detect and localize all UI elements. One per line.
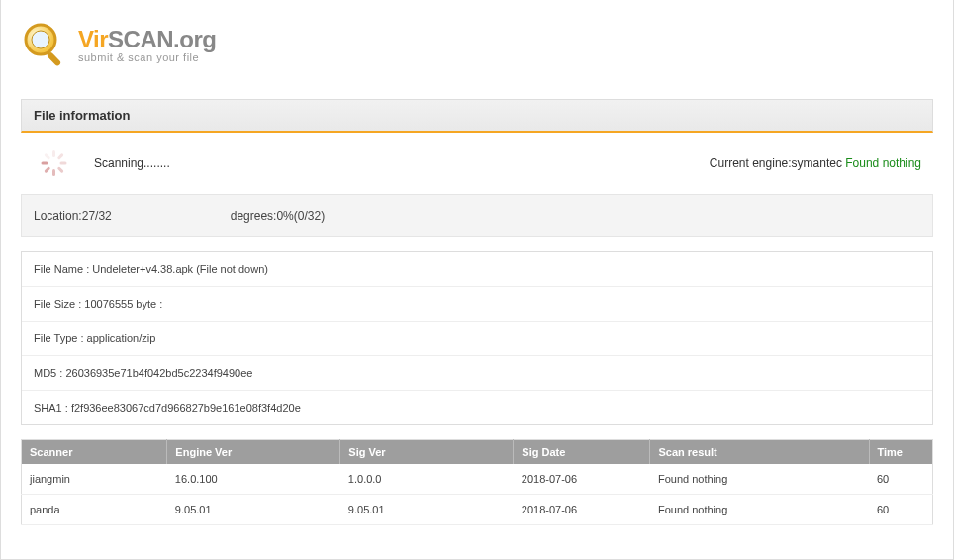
logo-scan: SCAN [108, 26, 173, 52]
cell-engine: 16.0.100 [167, 464, 340, 495]
current-engine-result: Found nothing [845, 156, 921, 170]
section-header: File information [21, 99, 933, 133]
current-engine: Current engine:symantec Found nothing [710, 156, 921, 170]
th-scanner: Scanner [22, 440, 167, 465]
site-title: VirSCAN.org [78, 26, 216, 53]
site-subtitle: submit & scan your file [78, 51, 216, 63]
table-row: panda 9.05.01 9.05.01 2018-07-06 Found n… [22, 495, 933, 525]
spinner-icon [41, 150, 66, 176]
cell-result: Found nothing [650, 495, 869, 525]
cell-scanner: jiangmin [22, 464, 167, 495]
progress-box: Location:27/32 degrees:0%(0/32) [21, 194, 933, 237]
cell-time: 60 [869, 495, 933, 525]
current-engine-name: symantec [792, 156, 842, 170]
location-label: Location: [34, 209, 82, 223]
file-sha1-label: SHA1 : [34, 402, 71, 414]
scanning-label: Scanning........ [94, 156, 170, 170]
cell-date: 2018-07-06 [514, 464, 650, 495]
results-table: Scanner Engine Ver Sig Ver Sig Date Scan… [21, 439, 933, 525]
cell-result: Found nothing [650, 464, 869, 495]
th-sig: Sig Ver [340, 440, 514, 465]
cell-engine: 9.05.01 [167, 495, 340, 525]
progress-location: Location:27/32 [34, 209, 112, 223]
cell-date: 2018-07-06 [514, 495, 650, 525]
cell-sig: 9.05.01 [340, 495, 514, 525]
cell-scanner: panda [22, 495, 167, 525]
file-type-value: application/zip [87, 332, 156, 344]
th-result: Scan result [650, 440, 869, 465]
logo-vir: Vir [78, 26, 108, 52]
file-name-value: Undeleter+v4.38.apk (File not down) [92, 263, 268, 275]
file-type-row: File Type : application/zip [22, 322, 932, 356]
svg-rect-2 [47, 51, 62, 67]
magnifier-icon [21, 20, 70, 69]
file-info-panel: File Name : Undeleter+v4.38.apk (File no… [21, 251, 933, 425]
current-engine-label: Current engine: [710, 156, 792, 170]
th-time: Time [869, 440, 933, 465]
logo-org: .org [173, 26, 216, 52]
file-size-value: 10076555 byte : [84, 298, 162, 310]
degrees-value: 0%(0/32) [276, 209, 325, 223]
table-header-row: Scanner Engine Ver Sig Ver Sig Date Scan… [22, 440, 933, 465]
th-engine: Engine Ver [167, 440, 340, 465]
table-row: jiangmin 16.0.100 1.0.0.0 2018-07-06 Fou… [22, 464, 933, 495]
file-size-row: File Size : 10076555 byte : [22, 287, 932, 322]
file-sha1-row: SHA1 : f2f936ee83067cd7d966827b9e161e08f… [22, 391, 932, 424]
file-md5-row: MD5 : 26036935e71b4f042bd5c2234f9490ee [22, 356, 932, 391]
file-md5-label: MD5 : [34, 367, 65, 379]
file-name-label: File Name : [34, 263, 92, 275]
file-name-row: File Name : Undeleter+v4.38.apk (File no… [22, 252, 932, 287]
location-value: 27/32 [82, 209, 112, 223]
degrees-label: degrees: [231, 209, 277, 223]
file-size-label: File Size : [34, 298, 84, 310]
th-date: Sig Date [514, 440, 650, 465]
file-type-label: File Type : [34, 332, 87, 344]
svg-point-1 [32, 31, 49, 48]
scan-status-row: Scanning........ Current engine:symantec… [21, 133, 933, 194]
cell-time: 60 [869, 464, 933, 495]
logo: VirSCAN.org submit & scan your file [21, 15, 933, 69]
progress-degrees: degrees:0%(0/32) [231, 209, 325, 223]
file-md5-value: 26036935e71b4f042bd5c2234f9490ee [65, 367, 252, 379]
file-sha1-value: f2f936ee83067cd7d966827b9e161e08f3f4d20e [71, 402, 301, 414]
cell-sig: 1.0.0.0 [340, 464, 514, 495]
